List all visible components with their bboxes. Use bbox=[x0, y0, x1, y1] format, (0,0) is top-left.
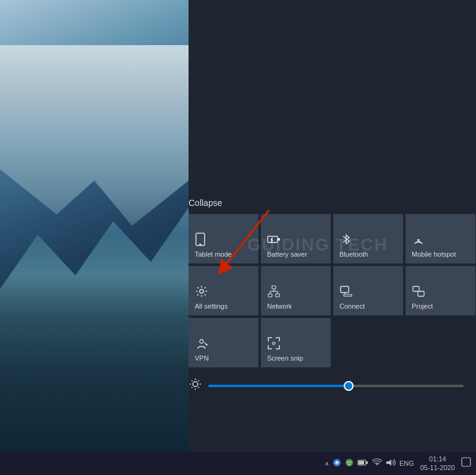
tablet-mode-label: Tablet mode bbox=[195, 250, 232, 259]
brightness-fill bbox=[208, 385, 349, 387]
svg-rect-10 bbox=[276, 294, 279, 297]
svg-rect-18 bbox=[413, 286, 419, 291]
tiles-row-3: VPN Screen snip bbox=[182, 315, 470, 367]
svg-point-7 bbox=[200, 289, 203, 293]
clock-time: 01:14 bbox=[429, 455, 446, 463]
tile-mobile-hotspot[interactable]: Mobile hotspot bbox=[406, 214, 475, 263]
svg-line-32 bbox=[198, 380, 199, 381]
upload-icon[interactable] bbox=[333, 458, 341, 469]
system-tray: ∧ bbox=[325, 458, 414, 469]
battery-saver-icon bbox=[267, 233, 281, 248]
bluetooth-label: Bluetooth bbox=[339, 250, 368, 259]
all-settings-label: All settings bbox=[195, 302, 227, 310]
collapse-button[interactable]: Collapse bbox=[182, 198, 470, 214]
svg-rect-19 bbox=[418, 291, 424, 296]
svg-line-33 bbox=[192, 387, 192, 388]
project-label: Project bbox=[412, 302, 433, 310]
tiles-row-2: All settings Network bbox=[182, 263, 470, 315]
svg-marker-44 bbox=[386, 460, 391, 466]
tile-bluetooth[interactable]: Bluetooth bbox=[333, 214, 403, 263]
tablet-mode-icon bbox=[195, 233, 208, 248]
tile-battery-saver[interactable]: Battery saver bbox=[261, 214, 331, 263]
tile-all-settings[interactable]: All settings bbox=[189, 266, 258, 315]
battery-saver-label: Battery saver bbox=[267, 250, 307, 259]
tile-connect[interactable]: Connect bbox=[333, 266, 403, 315]
quick-actions: Collapse Tablet mode bbox=[182, 198, 470, 394]
tile-empty-1 bbox=[333, 318, 403, 367]
screen-snip-icon bbox=[267, 336, 281, 352]
language-indicator[interactable]: ENG bbox=[399, 460, 414, 467]
svg-point-25 bbox=[193, 382, 198, 387]
svg-point-39 bbox=[347, 461, 349, 463]
tiles-row-1: Tablet mode Battery saver Bl bbox=[182, 214, 470, 263]
tile-empty-2 bbox=[406, 318, 475, 367]
tile-vpn[interactable]: VPN bbox=[189, 318, 258, 367]
bluetooth-icon bbox=[339, 233, 353, 248]
svg-rect-15 bbox=[341, 286, 349, 293]
svg-line-30 bbox=[192, 380, 192, 381]
svg-point-40 bbox=[350, 461, 351, 463]
svg-rect-3 bbox=[278, 238, 280, 241]
tile-project[interactable]: Project bbox=[406, 266, 475, 315]
taskbar: ∧ bbox=[0, 451, 476, 475]
tile-tablet-mode[interactable]: Tablet mode bbox=[189, 214, 258, 263]
svg-point-20 bbox=[200, 340, 203, 343]
volume-icon[interactable] bbox=[386, 458, 396, 469]
mobile-hotspot-label: Mobile hotspot bbox=[412, 250, 456, 259]
tile-network[interactable]: Network bbox=[261, 266, 331, 315]
brightness-icon bbox=[189, 377, 202, 394]
wifi-icon[interactable] bbox=[372, 458, 382, 469]
svg-rect-1 bbox=[199, 244, 202, 245]
project-icon bbox=[412, 285, 425, 300]
svg-rect-42 bbox=[359, 461, 364, 464]
svg-rect-8 bbox=[272, 286, 276, 289]
svg-rect-45 bbox=[462, 458, 470, 466]
all-settings-icon bbox=[195, 285, 208, 300]
mobile-hotspot-icon bbox=[412, 233, 425, 248]
svg-rect-16 bbox=[344, 294, 352, 296]
connect-icon bbox=[339, 285, 353, 300]
svg-line-31 bbox=[198, 387, 199, 388]
network-icon bbox=[267, 285, 281, 300]
network-label: Network bbox=[267, 302, 292, 310]
svg-point-24 bbox=[273, 342, 275, 344]
wallpaper bbox=[0, 0, 189, 451]
clock-date: 05-11-2020 bbox=[420, 463, 455, 472]
connect-label: Connect bbox=[339, 302, 365, 310]
tile-screen-snip[interactable]: Screen snip bbox=[261, 318, 331, 367]
system-tray-chevron[interactable]: ∧ bbox=[325, 460, 329, 467]
brightness-thumb[interactable] bbox=[344, 381, 354, 391]
game-icon[interactable] bbox=[345, 458, 354, 469]
svg-rect-9 bbox=[268, 294, 272, 297]
taskbar-clock[interactable]: 01:14 05-11-2020 bbox=[420, 455, 455, 473]
battery-icon[interactable] bbox=[357, 458, 368, 469]
vpn-label: VPN bbox=[195, 354, 209, 362]
svg-rect-2 bbox=[268, 236, 278, 242]
notification-button[interactable] bbox=[461, 457, 471, 469]
svg-point-38 bbox=[346, 459, 353, 466]
screen-snip-label: Screen snip bbox=[267, 354, 303, 362]
brightness-slider[interactable] bbox=[208, 385, 464, 387]
brightness-row bbox=[182, 367, 470, 394]
vpn-icon bbox=[195, 336, 208, 352]
svg-rect-43 bbox=[366, 461, 368, 464]
